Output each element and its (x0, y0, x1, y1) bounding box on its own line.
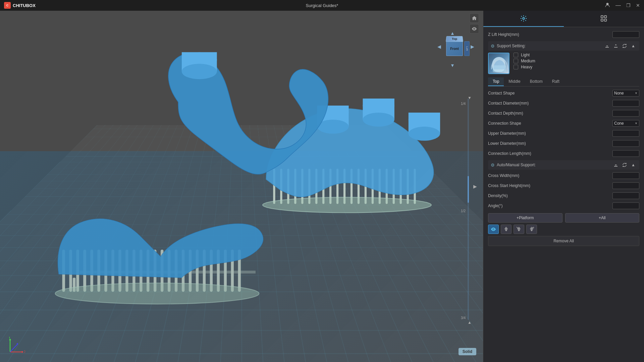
svg-point-75 (523, 17, 525, 19)
svg-marker-68 (22, 351, 23, 353)
auto-manual-collapse-btn[interactable]: ▲ (630, 162, 637, 168)
z-lift-row: Z Lift Height(mm) ▲ ▼ (488, 31, 639, 39)
app-name: CHITUBOX (13, 3, 36, 8)
all-button[interactable]: +All (565, 213, 640, 223)
svg-text:Y: Y (8, 337, 11, 339)
heavy-checkbox[interactable] (514, 65, 518, 69)
connection-shape-row: Connection Shape Cone ▼ (488, 119, 639, 127)
contact-depth-input[interactable] (613, 110, 644, 116)
tab-settings[interactable] (483, 11, 564, 27)
svg-rect-76 (601, 16, 603, 18)
svg-rect-80 (493, 65, 506, 72)
connection-length-input[interactable] (613, 150, 644, 157)
density-input-box[interactable]: ▲▼ (612, 192, 639, 199)
upper-diameter-row: Upper Diameter(mm) ▲▼ (488, 129, 639, 137)
auto-manual-header[interactable]: ⚙ Auto/Manual Support: (488, 160, 639, 170)
angle-input[interactable] (613, 203, 644, 209)
tab-raft[interactable]: Raft (547, 77, 564, 86)
support-setting-header[interactable]: ⚙ Support Setting: (488, 41, 639, 51)
anchor2-btn[interactable] (514, 225, 524, 234)
preset-thumbnail[interactable] (488, 53, 509, 74)
lower-diameter-label: Lower Diameter(mm) (488, 141, 612, 146)
tab-models[interactable] (564, 11, 644, 27)
light-checkbox[interactable] (514, 53, 518, 57)
lower-diameter-input[interactable] (613, 140, 644, 146)
side-expand-button[interactable]: ▶ (473, 184, 477, 189)
scroll-expand-bottom[interactable]: ▲ (466, 320, 473, 325)
medium-label: Medium (521, 59, 535, 63)
tab-bottom[interactable]: Bottom (525, 77, 547, 86)
platform-button[interactable]: +Platform (488, 213, 562, 223)
contact-diameter-input[interactable] (613, 100, 644, 106)
auto-manual-icon: ⚙ (491, 163, 495, 168)
restore-button[interactable]: ❐ (626, 3, 631, 8)
anchor3-btn[interactable] (526, 225, 537, 234)
cross-start-height-input-box[interactable]: ▲▼ (612, 182, 639, 189)
right-panel: Z Lift Height(mm) ▲ ▼ ⚙ Support Setting: (483, 11, 644, 362)
nav-cube-arrow-right[interactable]: ▶ (471, 44, 474, 49)
axes-indicator: X Y (7, 337, 25, 355)
preset-area: Light Medium Heavy (488, 53, 639, 74)
lower-diameter-input-box[interactable]: ▲▼ (612, 140, 639, 147)
contact-shape-dropdown[interactable]: None ▼ (612, 90, 639, 97)
angle-input-box[interactable]: ▲▼ (612, 202, 639, 209)
light-preset-row: Light (514, 53, 535, 57)
tab-middle[interactable]: Middle (504, 77, 525, 86)
preset-checkboxes: Light Medium Heavy (514, 53, 535, 71)
heavy-preset-row: Heavy (514, 65, 535, 69)
auto-manual-refresh-btn[interactable] (621, 162, 628, 168)
svg-rect-79 (604, 19, 606, 21)
cross-width-input-box[interactable]: ▲▼ (612, 172, 639, 179)
support-refresh-btn[interactable] (621, 43, 628, 49)
cross-width-input[interactable] (613, 173, 644, 179)
minimize-button[interactable]: — (615, 3, 621, 8)
density-input[interactable] (613, 193, 644, 199)
upper-diameter-input[interactable] (613, 130, 644, 136)
density-row: Density(%) ▲▼ (488, 192, 639, 200)
contact-depth-label: Contact Depth(mm) (488, 111, 612, 116)
dental-model-svg (0, 11, 483, 362)
nav-cube-arrow-left[interactable]: ◀ (437, 44, 441, 49)
scroll-marker-2: 1/2 (461, 209, 466, 213)
nav-cube-arrow-up[interactable]: ▲ (450, 31, 455, 36)
connection-length-input-box[interactable]: ▲▼ (612, 150, 639, 157)
cross-start-height-input[interactable] (613, 183, 644, 189)
connection-shape-dropdown[interactable]: Cone ▼ (612, 120, 639, 127)
anchor1-btn[interactable] (501, 225, 512, 234)
contact-depth-input-box[interactable]: ▲▼ (612, 110, 639, 117)
view-toggle-btn[interactable] (488, 225, 499, 234)
upper-diameter-input-box[interactable]: ▲▼ (612, 130, 639, 137)
remove-all-button[interactable]: Remove All (488, 236, 639, 246)
viewport[interactable]: Front Top Left ▲ ▼ ◀ ▶ Solid (0, 11, 483, 362)
auto-manual-import-btn[interactable] (612, 162, 619, 168)
tab-top[interactable]: Top (488, 77, 504, 86)
svg-point-82 (505, 227, 507, 229)
svg-text:X: X (24, 350, 25, 354)
contact-shape-row: Contact Shape None ▼ (488, 89, 639, 97)
contact-shape-value: None (614, 91, 624, 96)
z-lift-input[interactable] (613, 32, 644, 38)
scroll-expand-top[interactable]: ▼ (466, 95, 473, 101)
user-icon[interactable] (605, 2, 610, 9)
home-button[interactable] (470, 13, 479, 23)
svg-point-65 (182, 64, 217, 79)
nav-cube-left-label: Left (466, 46, 469, 51)
support-collapse-btn[interactable]: ▲ (630, 43, 637, 49)
auto-manual-label: Auto/Manual Support: (497, 163, 536, 167)
nav-cube-arrow-down[interactable]: ▼ (450, 63, 455, 68)
nav-cube[interactable]: Front Top Left ▲ ▼ ◀ ▶ (439, 29, 473, 69)
app-icon: C (4, 2, 11, 9)
close-button[interactable]: ✕ (636, 3, 640, 8)
svg-rect-78 (601, 19, 603, 21)
z-lift-input-box[interactable]: ▲ ▼ (612, 31, 639, 38)
support-export-btn[interactable] (612, 43, 619, 49)
upper-diameter-label: Upper Diameter(mm) (488, 131, 612, 136)
solid-view-button[interactable]: Solid (459, 348, 476, 355)
medium-checkbox[interactable] (514, 59, 518, 63)
support-import-btn[interactable] (604, 43, 610, 49)
secondary-tabs: Top Middle Bottom Raft (488, 77, 639, 86)
vertical-scrollbar[interactable] (467, 99, 470, 320)
connection-length-label: Connection Length(mm) (488, 151, 612, 156)
contact-diameter-input-box[interactable]: ▲▼ (612, 100, 639, 107)
angle-row: Angle(°) ▲▼ (488, 202, 639, 210)
